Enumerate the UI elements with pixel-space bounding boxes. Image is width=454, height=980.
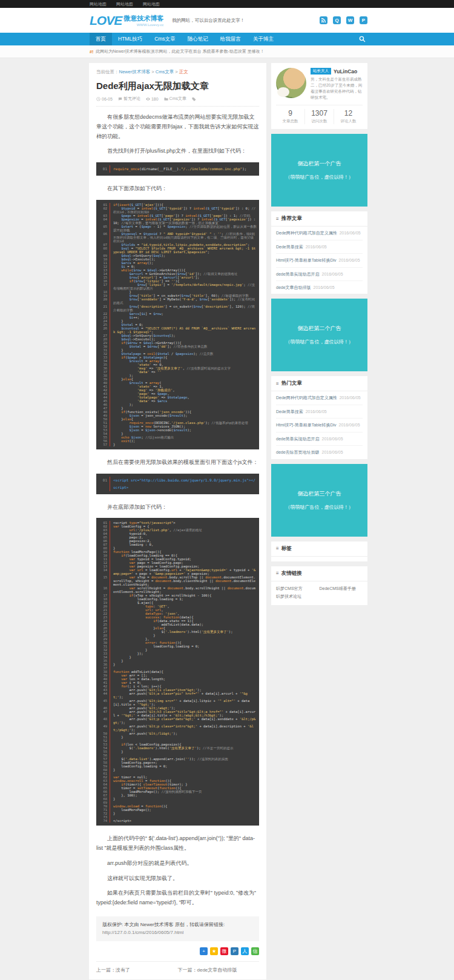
code-line: 06 $typesql = $typeid ? " AND typeid='$t… bbox=[99, 232, 257, 243]
prev-next-nav: 上一篇：没有了 下一篇：dede文章自动排版 bbox=[96, 961, 259, 973]
share-renren-icon[interactable]: 人 bbox=[241, 947, 249, 955]
code-line-number: 17 bbox=[99, 283, 110, 290]
sidebar-ad-2[interactable]: 侧边栏第二个广告（萌萌哒广告位，虚位以待！） bbox=[271, 299, 367, 371]
code-block-js: 01<script type="text/javascript">02var l… bbox=[96, 518, 259, 826]
friend-link[interactable]: DedeCMS维基手册 bbox=[320, 584, 363, 592]
code-text: $pagesize = intval($_GET['pagesize']) ? … bbox=[110, 217, 257, 225]
article-paragraph: 有很多朋友想dedecms做瀑布流类的网站想要实现无限加载文章这个功能，这个功能… bbox=[96, 113, 259, 141]
header-tagline: 我的网站，可以后台设置此处文字！ bbox=[172, 18, 245, 24]
friend-links-title: ≡友情链接 bbox=[271, 566, 367, 581]
stat-number: 9 bbox=[276, 109, 304, 118]
list-icon: ≡ bbox=[276, 571, 279, 576]
code-text: </script> bbox=[110, 819, 257, 823]
nav-item-5[interactable]: 关于博主 bbox=[247, 33, 280, 45]
topbar-link[interactable]: 网站地图 bbox=[116, 1, 133, 7]
meta-date-text: 06-05 bbox=[102, 97, 113, 101]
article-paragraph: 然后在需要使用无限加载效果的模板里面引用下面这个js文件： bbox=[96, 458, 259, 468]
search-icon[interactable] bbox=[359, 33, 366, 45]
article-link[interactable]: Dede两种代码格式加自定义属性 bbox=[276, 396, 337, 400]
tags-widget: ≡标签 bbox=[271, 541, 367, 561]
sidebar-ad-3[interactable]: 侧边栏第三个广告（萌萌哒广告位，虚位以待！） bbox=[271, 464, 367, 537]
share-wechat-icon[interactable]: 信 bbox=[251, 947, 259, 955]
code-text: $row['description'] = cn_substr($row['de… bbox=[110, 305, 257, 312]
rss-icon[interactable] bbox=[320, 16, 327, 24]
meta-category[interactable]: Cms文章 bbox=[164, 96, 186, 102]
nav-item-1[interactable]: HTML技巧 bbox=[112, 33, 148, 45]
nav-item-3[interactable]: 随心笔记 bbox=[182, 33, 214, 45]
breadcrumb-link[interactable]: 正文 bbox=[179, 69, 188, 74]
ad-line1: 侧边栏第二个广告 bbox=[298, 325, 341, 333]
code-line: 17 $row['litpic'] = '/templets/default/i… bbox=[99, 283, 257, 290]
prev-article-link[interactable]: 没有了 bbox=[116, 967, 130, 973]
article-paragraph: arr.push部分对应的就是列表代码。 bbox=[96, 859, 259, 869]
list-icon: ≡ bbox=[276, 381, 279, 386]
breadcrumb-link[interactable]: Newer技术博客 bbox=[119, 69, 151, 74]
topbar-link[interactable]: 网站地图 bbox=[90, 1, 107, 7]
avatar[interactable] bbox=[276, 68, 306, 98]
logo-text-love: LOVE bbox=[90, 15, 122, 27]
stat-number: 1307 bbox=[305, 109, 334, 118]
article-link[interactable]: Dede简单搜索 bbox=[276, 245, 303, 249]
article-link[interactable]: dede简单实现动态开启 bbox=[276, 272, 320, 276]
code-text: arr.push('&lt;p class="date"&gt;' + data… bbox=[110, 717, 257, 724]
article-date: 2016/06/05 bbox=[338, 396, 361, 400]
article-link[interactable]: Html技巧-简单粗暴Table转换Div bbox=[276, 423, 337, 427]
stat-number: 12 bbox=[334, 109, 363, 118]
share-weibo-icon[interactable]: 微 bbox=[220, 947, 228, 955]
topbar-link[interactable]: 网站地图 bbox=[143, 1, 160, 7]
code-line-number: 45 bbox=[99, 699, 110, 706]
code-line-number: 47 bbox=[99, 710, 110, 717]
nav-item-2[interactable]: Cms文章 bbox=[148, 33, 181, 45]
site-logo[interactable]: LOVE 微意技术博客 WWW.Lovevy.cc bbox=[90, 15, 163, 27]
code-line: 48 arr.push('&lt;p class="date"&gt;' + d… bbox=[99, 717, 257, 724]
code-line: 01<script src="http://libs.baidu.com/jqu… bbox=[99, 477, 257, 491]
copyright-label: 版权保护: 本文由 Newer技术博客 原创，转载请保留链接: bbox=[102, 922, 225, 927]
article-link[interactable]: Html技巧-简单粗暴Table转换Div bbox=[276, 258, 337, 262]
friend-link[interactable]: 织梦CMS官方 bbox=[276, 584, 320, 592]
article-link[interactable]: Dede两种代码格式加自定义属性 bbox=[276, 231, 337, 235]
code-line-number: 01 bbox=[99, 477, 110, 491]
next-article: 下一篇：dede文章自动排版 bbox=[178, 967, 260, 973]
meta-comments[interactable]: 暂无评论 bbox=[118, 96, 140, 102]
article-meta: 06-05 暂无评论 180 Cms文章 bbox=[96, 96, 259, 107]
code-line-number: 57 bbox=[99, 443, 110, 446]
code-line: 02 $typeid = intval($_GET['typeid']) ? i… bbox=[99, 207, 257, 214]
sidebar-ad-1[interactable]: 侧边栏第一个广告（萌萌哒广告位，虚位以待！） bbox=[271, 134, 367, 207]
nav-item-4[interactable]: 给我留言 bbox=[214, 33, 247, 45]
profile-info: 站长大人 YuLinCao 男，文科生是个富生容易成熟二，已经20岁了至今未婚，… bbox=[311, 68, 363, 101]
code-line-number: 02 bbox=[99, 207, 110, 214]
friend-link[interactable]: 织梦技术论坛 bbox=[276, 592, 320, 600]
nav-item-0[interactable]: 首页 bbox=[90, 33, 112, 45]
share-qzone-icon[interactable]: ★ bbox=[210, 947, 218, 955]
share-bshare-icon[interactable]: + bbox=[200, 947, 208, 955]
pinterest-icon[interactable]: P bbox=[360, 16, 367, 24]
breadcrumb-link[interactable]: Cms文章 bbox=[156, 69, 174, 74]
stat-label: 文章总数 bbox=[276, 119, 304, 124]
article-link[interactable]: dede去除首页地址后缀 bbox=[276, 450, 320, 454]
article-card: 当前位置：Newer技术博客 > Cms文章 > 正文 Dede利用ajax无限… bbox=[89, 63, 266, 979]
article-link[interactable]: dede文章自动排版 bbox=[276, 285, 311, 290]
code-line-number: 06 bbox=[99, 232, 110, 243]
code-line-number: 48 bbox=[99, 717, 110, 724]
list-item: Dede两种代码格式加自定义属性 2016/06/05 bbox=[276, 227, 363, 240]
code-text: arr.push('&lt;a class="pic" href="' + da… bbox=[110, 692, 257, 699]
article-paragraph: 并在底部添加如下代码： bbox=[96, 503, 259, 512]
list-item: Html技巧-简单粗暴Table转换Div 2016/06/05 bbox=[276, 254, 363, 267]
notice-text: 此网站为Newer技术博客模板演示网站，此处文字在后台 系统基本参数-动态设置 … bbox=[96, 48, 264, 55]
article-link[interactable]: Dede简单搜索 bbox=[276, 409, 303, 414]
share-pinterest-icon[interactable]: P bbox=[231, 947, 239, 955]
article-link[interactable]: dede简单实现动态开启 bbox=[276, 437, 320, 441]
copyright-url[interactable]: http://127.0.0.1/cms/2016/0605/7.html bbox=[102, 929, 253, 937]
code-text: var url = loadConfig.url + '?ajax=on&amp… bbox=[110, 568, 257, 575]
article-paragraph: 如果在列表页只需要加载当前栏目的文章时“ typeid:0, ”修改为“ typ… bbox=[96, 889, 259, 908]
prev-label: 上一篇： bbox=[96, 967, 116, 973]
code-line-number: 01 bbox=[99, 165, 110, 173]
page-title: Dede利用ajax无限加载文章 bbox=[96, 81, 259, 92]
code-line-number: 26 bbox=[99, 326, 110, 334]
tag-icon bbox=[192, 97, 196, 101]
friend-links-widget: ≡友情链接织梦CMS官方DedeCMS维基手册织梦技术论坛 bbox=[271, 566, 367, 606]
qq-icon[interactable]: Q bbox=[333, 16, 341, 24]
next-article-link[interactable]: dede文章自动排版 bbox=[197, 967, 237, 973]
weibo-icon[interactable]: W bbox=[346, 16, 354, 24]
prev-article: 上一篇：没有了 bbox=[96, 967, 178, 973]
